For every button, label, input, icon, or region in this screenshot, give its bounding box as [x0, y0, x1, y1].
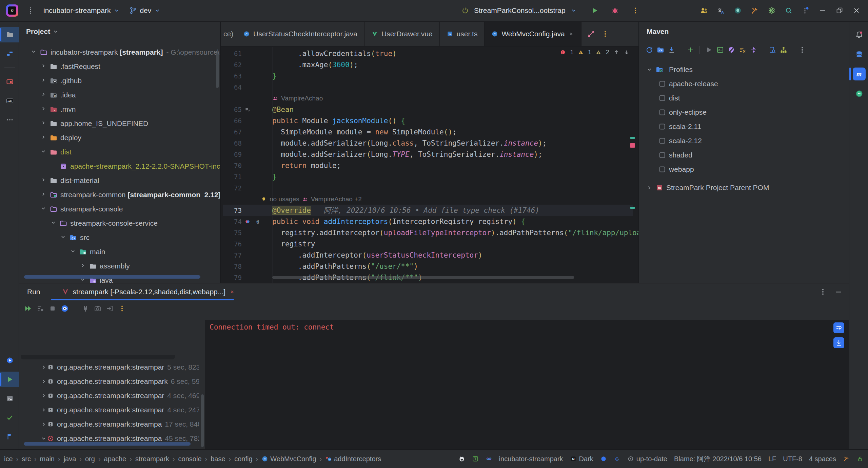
tool-window-button-api[interactable]: /API	[0, 93, 19, 109]
bean-gutter-icon[interactable]	[244, 107, 251, 113]
chevron-right-icon[interactable]	[79, 262, 86, 269]
chevron-down-icon[interactable]	[70, 248, 76, 255]
record-icon[interactable]	[734, 6, 742, 15]
breadcrumb-item[interactable]: CWebMvcConfig	[261, 455, 316, 463]
run-configuration-selector[interactable]: StreamParkConsol...ootstrap	[474, 6, 566, 15]
tool-window-button-plugin-green[interactable]	[849, 86, 868, 101]
status-item[interactable]	[472, 455, 479, 462]
tool-window-button-bell[interactable]	[849, 27, 868, 42]
checkbox-icon[interactable]	[658, 151, 666, 159]
chevron-right-icon[interactable]	[40, 134, 47, 141]
chevron-right-icon[interactable]	[40, 176, 47, 183]
maven-profile-webapp[interactable]: webapp	[646, 162, 694, 176]
chevron-right-icon[interactable]	[40, 119, 47, 126]
build-tree-item[interactable]: org.apache.streampark:streampar5 sec, 82…	[19, 360, 199, 374]
tool-window-button-flag[interactable]	[0, 429, 19, 444]
project-horizontal-scrollbar[interactable]	[24, 275, 200, 279]
run-button[interactable]	[591, 6, 599, 15]
breadcrumb-item[interactable]: console	[178, 455, 202, 463]
checkbox-icon[interactable]	[658, 165, 666, 173]
editor-tab[interactable]: ce)	[221, 22, 236, 46]
maven-profile-dist[interactable]: dist	[646, 91, 680, 105]
atom-icon[interactable]	[768, 6, 776, 15]
tool-window-button-terminal-t[interactable]	[0, 391, 19, 406]
skip-dim-icon[interactable]	[36, 304, 44, 313]
checkbox-icon[interactable]	[658, 80, 666, 88]
chevron-right-icon[interactable]	[40, 421, 47, 428]
chevron-down-icon[interactable]	[40, 205, 47, 212]
breadcrumbs[interactable]: ice›src›main›java›org›apache›streampark›…	[4, 455, 381, 463]
checkbox-icon[interactable]	[658, 137, 666, 145]
stop-icon[interactable]	[48, 304, 57, 313]
project-vertical-scrollbar[interactable]	[216, 51, 219, 88]
project-tree-item[interactable]: app.home_IS_UNDEFINED	[19, 116, 148, 131]
hide-icon[interactable]	[834, 288, 843, 296]
expand-icon[interactable]	[587, 30, 595, 38]
checkbox-icon[interactable]	[658, 123, 666, 131]
plug-icon[interactable]	[81, 304, 90, 313]
more-actions-icon[interactable]	[631, 6, 639, 15]
status-item[interactable]: G	[614, 455, 620, 462]
chevron-down-icon[interactable]	[40, 435, 47, 442]
refresh-icon[interactable]	[645, 46, 653, 54]
translate-icon[interactable]: A	[717, 6, 725, 15]
export-icon[interactable]	[106, 304, 114, 313]
branch-selector[interactable]: dev	[129, 6, 161, 15]
editor-horizontal-scrollbar[interactable]	[272, 276, 574, 279]
collapse-icon[interactable]	[750, 46, 758, 54]
maven-profile-apache-release[interactable]: apache-release	[646, 77, 718, 91]
project-tree-item[interactable]: .github	[19, 74, 82, 88]
project-tree-item[interactable]: .fastRequest	[19, 59, 100, 74]
chevron-right-icon[interactable]	[40, 378, 47, 385]
soft-wrap-button[interactable]	[833, 322, 844, 333]
status-item-utf8[interactable]: UTF-8	[783, 455, 802, 463]
tool-window-button-database[interactable]	[849, 46, 868, 62]
override-gutter-icon[interactable]	[244, 219, 251, 225]
chevron-right-icon[interactable]	[40, 105, 47, 112]
kebab-note-icon[interactable]	[802, 6, 810, 15]
closew-icon[interactable]	[852, 6, 861, 15]
download-icon[interactable]	[668, 46, 676, 54]
chevron-down-icon[interactable]	[646, 66, 653, 73]
search-icon[interactable]	[785, 6, 793, 15]
editor-tab[interactable]: TSuser.ts	[440, 22, 485, 46]
checkbox-icon[interactable]	[658, 108, 666, 116]
status-item[interactable]	[600, 455, 607, 462]
tool-window-button-maven-tile[interactable]: m	[849, 66, 868, 82]
code-editor[interactable]: 61 .allowCredentials(true)62 .maxAge(360…	[221, 47, 638, 283]
chevron-right-icon[interactable]	[40, 392, 47, 399]
maven-profile-scala-2.12[interactable]: scala-2.12	[646, 134, 702, 148]
editor-tab[interactable]: UserDrawer.vue	[364, 22, 440, 46]
tool-window-button-structure[interactable]	[0, 46, 19, 61]
checkbox-icon[interactable]	[658, 94, 666, 102]
status-item-blame[interactable]: Blame: 阿洋 2022/10/6 10:56	[674, 454, 762, 464]
kebab-yellow-icon[interactable]	[118, 304, 126, 313]
run-tree-horizontal-scrollbar[interactable]	[24, 442, 191, 446]
status-item[interactable]	[856, 455, 863, 462]
breadcrumb-item[interactable]: base	[211, 455, 225, 463]
maven-profile-shaded[interactable]: shaded	[646, 148, 692, 162]
breadcrumb-item[interactable]: org	[85, 455, 95, 463]
more-icon[interactable]	[601, 30, 609, 38]
maven-profile-only-eclipse[interactable]: only-eclipse	[646, 105, 707, 119]
prev-issue-icon[interactable]	[613, 49, 619, 55]
project-tree-item[interactable]: streampark-console	[19, 202, 123, 216]
project-panel-header[interactable]: Project	[19, 22, 220, 36]
tool-window-button-more-h[interactable]	[0, 112, 19, 128]
next-issue-icon[interactable]	[624, 49, 630, 55]
project-tree-item[interactable]: deploy	[19, 131, 81, 145]
maven-profile-scala-2.11[interactable]: scala-2.11	[646, 119, 701, 134]
chevron-down-icon[interactable]	[60, 233, 66, 240]
status-item-dark[interactable]: MDark	[570, 455, 593, 463]
chevron-right-icon[interactable]	[40, 62, 47, 69]
maven-profiles-node[interactable]: Profiles	[646, 62, 693, 77]
debug-button[interactable]	[611, 6, 619, 15]
tool-window-button-red-plugin[interactable]	[0, 74, 19, 90]
restore-icon[interactable]	[835, 6, 844, 15]
eye-icon[interactable]	[61, 304, 69, 313]
more-icon[interactable]	[819, 288, 827, 296]
chevron-right-icon[interactable]	[40, 364, 47, 371]
play-dim-icon[interactable]	[705, 46, 713, 54]
status-item-lf[interactable]: LF	[768, 455, 776, 463]
tools-icon[interactable]	[751, 6, 759, 15]
